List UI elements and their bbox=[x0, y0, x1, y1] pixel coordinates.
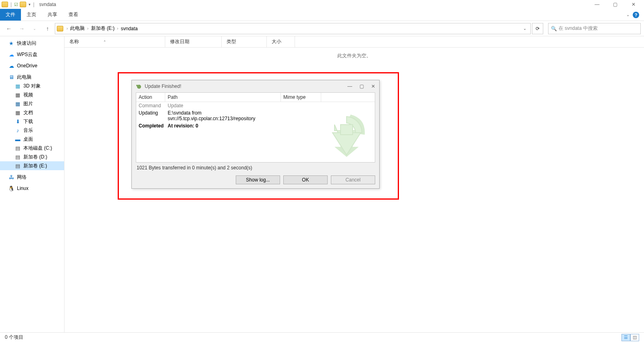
window-title: svndata bbox=[39, 2, 56, 7]
sidebar-item-label: 快速访问 bbox=[17, 40, 36, 47]
column-date[interactable]: 修改日期 bbox=[165, 36, 222, 47]
ok-button[interactable]: OK bbox=[283, 175, 328, 184]
refresh-button[interactable]: ⟳ bbox=[532, 23, 543, 34]
column-type[interactable]: 类型 bbox=[222, 36, 267, 47]
sidebar-item[interactable]: ☁OneDrive bbox=[0, 61, 64, 70]
dialog-titlebar: Update Finished! — ▢ ✕ bbox=[132, 80, 379, 92]
sidebar-item-label: OneDrive bbox=[17, 63, 37, 69]
sidebar-item-label: Linux bbox=[17, 186, 29, 191]
sidebar-item-icon: ▦ bbox=[15, 83, 21, 89]
column-name[interactable]: 名称⌃ bbox=[64, 36, 165, 47]
nav-forward-button[interactable]: → bbox=[16, 23, 27, 34]
qa-check-icon[interactable]: ☑ bbox=[14, 2, 18, 7]
sidebar-item-label: 音乐 bbox=[23, 127, 33, 134]
sidebar-item-label: 下载 bbox=[23, 118, 33, 125]
tortoisesvn-icon bbox=[136, 83, 142, 90]
sidebar-item[interactable]: ⬇下载 bbox=[0, 117, 64, 126]
svg-point-1 bbox=[136, 85, 138, 86]
address-bar[interactable]: › 此电脑 › 新加卷 (E:) › svndata ⌄ bbox=[55, 23, 531, 34]
sidebar-item-label: 此电脑 bbox=[17, 74, 31, 81]
svn-update-dialog: Update Finished! — ▢ ✕ Action Path Mime … bbox=[131, 80, 380, 189]
qa-dropdown-icon[interactable]: ▾ bbox=[29, 2, 31, 6]
sidebar-item[interactable]: 🖥此电脑 bbox=[0, 73, 64, 81]
view-details-button[interactable]: ☰ bbox=[621, 334, 630, 341]
sidebar-item-icon: ⬇ bbox=[15, 118, 21, 125]
sidebar-item[interactable]: ▬桌面 bbox=[0, 135, 64, 144]
sidebar-item-label: 新加卷 (D:) bbox=[23, 154, 47, 161]
svg-rect-2 bbox=[341, 125, 353, 135]
ribbon-tabs: 文件 主页 共享 查看 ⌄ ? bbox=[0, 9, 644, 21]
navigation-sidebar: ★快速访问☁WPS云盘☁OneDrive🖥此电脑▦3D 对象▦视频▦图片▦文档⬇… bbox=[0, 36, 64, 332]
sidebar-item-label: 本地磁盘 (C:) bbox=[23, 145, 52, 152]
addressbar-dropdown-icon[interactable]: ⌄ bbox=[521, 26, 529, 31]
dialog-column-mime[interactable]: Mime type bbox=[281, 93, 321, 102]
sidebar-item-icon: 🐧 bbox=[8, 185, 15, 192]
sidebar-item[interactable]: ☁WPS云盘 bbox=[0, 50, 64, 59]
sidebar-item-icon: ▤ bbox=[15, 145, 21, 151]
breadcrumb-item[interactable]: 新加卷 (E:) bbox=[90, 25, 116, 32]
column-size[interactable]: 大小 bbox=[267, 36, 295, 47]
search-input[interactable]: 🔍 在 svndata 中搜索 bbox=[548, 23, 641, 34]
sidebar-item-icon: ▬ bbox=[15, 136, 21, 142]
nav-up-button[interactable]: ↑ bbox=[42, 23, 53, 34]
sidebar-item-icon: ▦ bbox=[15, 100, 21, 107]
dialog-minimize-button[interactable]: — bbox=[347, 83, 352, 89]
search-icon: 🔍 bbox=[551, 26, 557, 31]
dialog-column-path[interactable]: Path bbox=[165, 93, 281, 102]
breadcrumb-item[interactable]: svndata bbox=[120, 26, 139, 31]
view-large-button[interactable]: ◫ bbox=[630, 334, 639, 341]
dialog-status-text: 1021 Bytes transferred in 0 minute(s) an… bbox=[136, 163, 375, 173]
sidebar-item-label: 新加卷 (E:) bbox=[23, 163, 47, 169]
column-headers: 名称⌃ 修改日期 类型 大小 bbox=[64, 36, 644, 48]
sidebar-item-label: 桌面 bbox=[23, 136, 33, 143]
sidebar-item-label: 3D 对象 bbox=[23, 83, 41, 90]
sidebar-item-icon: ☁ bbox=[8, 63, 15, 69]
dialog-log-row[interactable]: CommandUpdate bbox=[136, 102, 375, 109]
maximize-button[interactable]: ▢ bbox=[606, 0, 624, 9]
nav-back-button[interactable]: ← bbox=[3, 23, 15, 34]
sidebar-item[interactable]: ▤新加卷 (D:) bbox=[0, 152, 64, 161]
sidebar-item-label: 网络 bbox=[17, 174, 27, 181]
dialog-column-action[interactable]: Action bbox=[136, 93, 165, 102]
app-folder-icon bbox=[2, 2, 8, 7]
sidebar-item[interactable]: ★快速访问 bbox=[0, 39, 64, 48]
cancel-button: Cancel bbox=[331, 175, 375, 184]
sidebar-item-icon: ▦ bbox=[15, 92, 21, 98]
search-placeholder: 在 svndata 中搜索 bbox=[559, 25, 598, 32]
sidebar-item[interactable]: ▦图片 bbox=[0, 99, 64, 108]
sidebar-item-label: 视频 bbox=[23, 92, 33, 98]
sort-caret-icon: ⌃ bbox=[103, 40, 106, 44]
dialog-close-button[interactable]: ✕ bbox=[371, 83, 375, 89]
close-button[interactable]: ✕ bbox=[624, 0, 642, 9]
dialog-maximize-button[interactable]: ▢ bbox=[359, 83, 364, 89]
sidebar-item[interactable]: ♪音乐 bbox=[0, 126, 64, 135]
addressbar-folder-icon bbox=[57, 26, 63, 31]
help-icon[interactable]: ? bbox=[633, 12, 639, 18]
update-arrow-icon bbox=[326, 111, 367, 159]
nav-recent-button[interactable]: ⌄ bbox=[29, 23, 40, 34]
sidebar-item[interactable]: 🐧Linux bbox=[0, 184, 64, 193]
sidebar-item-icon: ▤ bbox=[15, 154, 21, 160]
ribbon-tab-view[interactable]: 查看 bbox=[63, 9, 84, 21]
minimize-button[interactable]: — bbox=[588, 0, 606, 9]
showlog-button[interactable]: Show log... bbox=[236, 175, 280, 184]
qa-folder-icon[interactable] bbox=[20, 2, 26, 7]
sidebar-item-label: 文档 bbox=[23, 109, 33, 116]
status-bar: 0 个项目 ☰ ◫ bbox=[0, 332, 644, 342]
breadcrumb-item[interactable]: 此电脑 bbox=[69, 25, 85, 32]
sidebar-item[interactable]: ▤新加卷 (E:) bbox=[0, 161, 64, 170]
sidebar-item[interactable]: ▦3D 对象 bbox=[0, 81, 64, 90]
ribbon-tab-home[interactable]: 主页 bbox=[21, 9, 42, 21]
sidebar-item[interactable]: ▤本地磁盘 (C:) bbox=[0, 144, 64, 152]
dialog-title: Update Finished! bbox=[145, 83, 181, 89]
sidebar-item-label: 图片 bbox=[23, 100, 33, 107]
sidebar-item-label: WPS云盘 bbox=[17, 51, 37, 58]
ribbon-expand-icon[interactable]: ⌄ bbox=[626, 13, 629, 17]
sidebar-item[interactable]: ▦视频 bbox=[0, 90, 64, 99]
sidebar-item-icon: 🖥 bbox=[8, 74, 15, 80]
ribbon-tab-share[interactable]: 共享 bbox=[42, 9, 63, 21]
sidebar-item[interactable]: ▦文档 bbox=[0, 108, 64, 117]
ribbon-tab-file[interactable]: 文件 bbox=[0, 9, 21, 21]
sidebar-item[interactable]: 🖧网络 bbox=[0, 173, 64, 181]
empty-folder-message: 此文件夹为空。 bbox=[64, 48, 644, 59]
